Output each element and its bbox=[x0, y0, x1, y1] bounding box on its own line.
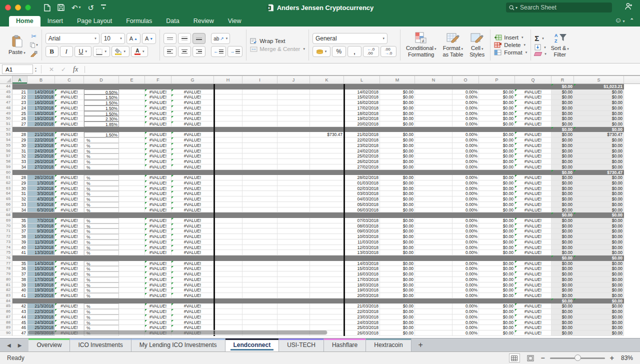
cell-M57[interactable]: $0.00 bbox=[380, 154, 415, 159]
cell-L79[interactable]: 16/03/2018 bbox=[344, 272, 380, 277]
cell-E82[interactable] bbox=[119, 288, 145, 293]
column-header-S[interactable]: S bbox=[574, 76, 624, 84]
cell-A75[interactable]: 41 bbox=[12, 250, 28, 256]
cell-A82[interactable]: 40 bbox=[12, 288, 28, 293]
name-box-stepper[interactable]: ▲▼ bbox=[34, 66, 37, 72]
cell-G77[interactable]: #VALUE! bbox=[172, 261, 214, 266]
cell-G83[interactable]: #VALUE! bbox=[172, 293, 214, 298]
cell-J72[interactable] bbox=[278, 234, 310, 240]
cell-M69[interactable]: $0.00 bbox=[380, 218, 415, 224]
sheet-tab-overview[interactable]: Overview bbox=[28, 338, 70, 352]
cell-A47[interactable]: 23 bbox=[12, 100, 28, 106]
cell-S66[interactable]: $0.00 bbox=[574, 202, 624, 208]
cell-D53[interactable]: 1.50% bbox=[84, 132, 119, 138]
cell-Q59[interactable]: #VALUE! bbox=[515, 164, 552, 170]
cell-G71[interactable]: #VALUE! bbox=[172, 228, 214, 234]
cell-P68[interactable] bbox=[479, 212, 515, 218]
cell-P71[interactable]: $0.00 bbox=[479, 228, 515, 234]
cell-G70[interactable]: #VALUE! bbox=[172, 224, 214, 229]
cell-O70[interactable]: 0.00% bbox=[452, 224, 479, 229]
cell-R71[interactable]: $0.00 bbox=[552, 228, 574, 234]
column-header-F[interactable]: F bbox=[145, 76, 172, 84]
cell-M62[interactable]: $0.00 bbox=[380, 180, 415, 186]
cell-M82[interactable]: $0.00 bbox=[380, 288, 415, 293]
cell-S68[interactable]: $0.00 bbox=[574, 212, 624, 218]
row-header-72[interactable]: 72 bbox=[0, 234, 12, 240]
cell-S58[interactable]: $0.00 bbox=[574, 159, 624, 164]
cell-I85[interactable] bbox=[242, 304, 278, 309]
cell-I83[interactable] bbox=[242, 293, 278, 298]
cell-C58[interactable]: #VALUE! bbox=[55, 159, 84, 164]
cell-L76[interactable] bbox=[344, 256, 380, 261]
cell-L50[interactable]: 19/02/2018 bbox=[344, 116, 380, 122]
cell-H85[interactable] bbox=[214, 304, 242, 309]
cell-O44[interactable] bbox=[452, 84, 479, 90]
cell-H62[interactable] bbox=[214, 180, 242, 186]
share-icon[interactable] bbox=[624, 2, 633, 12]
cell-P61[interactable]: $0.00 bbox=[479, 175, 515, 180]
row-header-78[interactable]: 78 bbox=[0, 266, 12, 272]
cell-S53[interactable]: $730.47 bbox=[574, 132, 624, 138]
cell-O63[interactable]: 0.00% bbox=[452, 186, 479, 192]
cell-Q87[interactable]: #VALUE! bbox=[515, 314, 552, 320]
prev-sheet-arrow-icon[interactable]: ◀ bbox=[7, 342, 11, 348]
cell-M66[interactable]: $0.00 bbox=[380, 202, 415, 208]
ribbon-tab-review[interactable]: Review bbox=[186, 16, 221, 26]
cell-K49[interactable] bbox=[310, 111, 344, 116]
cell-J64[interactable] bbox=[278, 191, 310, 196]
cell-R84[interactable]: $0.00 bbox=[552, 298, 574, 304]
cell-K87[interactable] bbox=[310, 314, 344, 320]
cell-N89[interactable] bbox=[415, 325, 452, 330]
cell-M58[interactable]: $0.00 bbox=[380, 159, 415, 164]
cell-R45[interactable]: $0.00 bbox=[552, 90, 574, 95]
column-header-M[interactable]: M bbox=[380, 76, 415, 84]
cell-L58[interactable]: 26/02/2018 bbox=[344, 159, 380, 164]
cell-L60[interactable] bbox=[344, 170, 380, 176]
cell-S73[interactable]: $0.00 bbox=[574, 240, 624, 245]
cell-M83[interactable]: $0.00 bbox=[380, 293, 415, 298]
cell-D57[interactable]: % bbox=[84, 154, 119, 159]
customize-toolbar-icon[interactable]: ▾ bbox=[101, 4, 106, 10]
cell-Q72[interactable]: #VALUE! bbox=[515, 234, 552, 240]
cell-M80[interactable]: $0.00 bbox=[380, 277, 415, 282]
cell-S85[interactable]: $0.00 bbox=[574, 304, 624, 309]
delete-cells-button[interactable]: Delete▾ bbox=[494, 42, 527, 48]
cell-E49[interactable] bbox=[119, 111, 145, 116]
cell-A65[interactable]: 32 bbox=[12, 196, 28, 202]
cell-H63[interactable] bbox=[214, 186, 242, 192]
cell-C70[interactable]: #VALUE! bbox=[55, 224, 84, 229]
cell-C50[interactable]: #VALUE! bbox=[55, 116, 84, 122]
cell-E81[interactable] bbox=[119, 282, 145, 288]
cell-Q56[interactable]: #VALUE! bbox=[515, 148, 552, 154]
cell-P48[interactable]: $0.00 bbox=[479, 106, 515, 111]
cell-N78[interactable] bbox=[415, 266, 452, 272]
cell-O87[interactable]: 0.00% bbox=[452, 314, 479, 320]
cell-I48[interactable] bbox=[242, 106, 278, 111]
cell-S81[interactable]: $0.00 bbox=[574, 282, 624, 288]
cell-Q78[interactable]: #VALUE! bbox=[515, 266, 552, 272]
paste-button[interactable]: Paste▾ bbox=[6, 35, 28, 56]
cell-F56[interactable]: #VALUE! bbox=[145, 148, 172, 154]
cell-L70[interactable]: 08/03/2018 bbox=[344, 224, 380, 229]
cell-I57[interactable] bbox=[242, 154, 278, 159]
cell-N85[interactable] bbox=[415, 304, 452, 309]
cell-D78[interactable]: % bbox=[84, 266, 119, 272]
row-header-60[interactable]: 60 bbox=[0, 170, 12, 176]
cell-M49[interactable]: $0.00 bbox=[380, 111, 415, 116]
cell-N88[interactable] bbox=[415, 320, 452, 326]
cell-C82[interactable]: #VALUE! bbox=[55, 288, 84, 293]
cell-A45[interactable]: 21 bbox=[12, 90, 28, 95]
align-bottom-button[interactable] bbox=[192, 33, 206, 44]
cell-S48[interactable]: $0.00 bbox=[574, 106, 624, 111]
sheet-tab-usi-tech[interactable]: USI-TECH bbox=[279, 338, 324, 352]
normal-view-icon[interactable] bbox=[509, 354, 520, 362]
cell-C46[interactable]: #VALUE! bbox=[55, 94, 84, 100]
cell-M72[interactable]: $0.00 bbox=[380, 234, 415, 240]
cell-S88[interactable]: $0.00 bbox=[574, 320, 624, 326]
cell-C59[interactable]: #VALUE! bbox=[55, 164, 84, 170]
cell-H46[interactable] bbox=[214, 94, 242, 100]
cell-N52[interactable] bbox=[415, 127, 452, 132]
cell-R78[interactable]: $0.00 bbox=[552, 266, 574, 272]
cell-Q74[interactable]: #VALUE! bbox=[515, 245, 552, 250]
cell-P53[interactable]: $0.00 bbox=[479, 132, 515, 138]
